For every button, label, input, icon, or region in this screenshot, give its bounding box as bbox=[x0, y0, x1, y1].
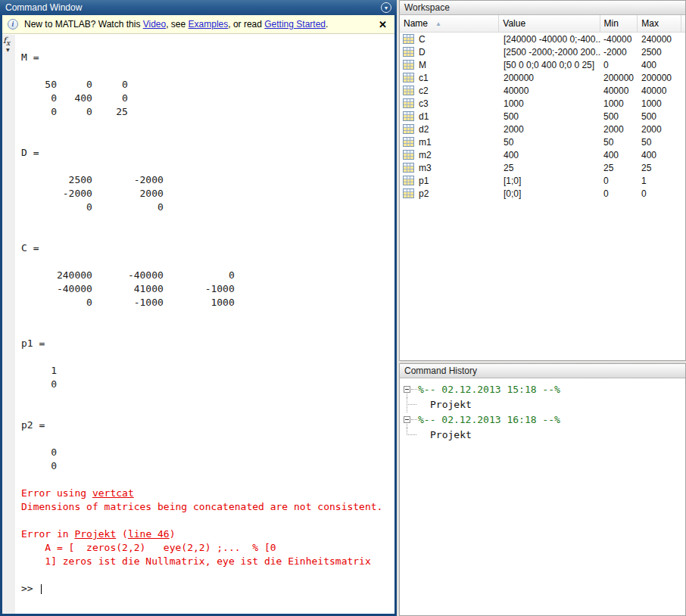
variable-min: 40000 bbox=[601, 86, 639, 96]
console-text: ) bbox=[170, 528, 176, 540]
console-text: 0 400 0 bbox=[21, 92, 128, 104]
command-window-titlebar[interactable]: Command Window ▼ bbox=[0, 0, 397, 15]
matrix-icon bbox=[403, 137, 414, 147]
console-line bbox=[21, 119, 394, 132]
command-prompt-line: >> fx▼ bbox=[21, 582, 394, 596]
console-line: 0 0 25 bbox=[21, 105, 394, 119]
getting-started-link[interactable]: Getting Started bbox=[264, 19, 326, 30]
matrix-icon bbox=[403, 111, 414, 121]
console-line bbox=[21, 350, 394, 364]
workspace-row-c1[interactable]: c1200000200000200000 bbox=[400, 71, 685, 84]
variable-name-cell: M bbox=[400, 60, 500, 70]
workspace-panel: Workspace Name ▲ Value Min Max C[240000 … bbox=[399, 0, 686, 361]
console-line bbox=[21, 228, 394, 241]
matrix-icon bbox=[403, 47, 414, 57]
workspace-row-d1[interactable]: d1500500500 bbox=[400, 110, 685, 123]
variable-value: [0;0] bbox=[500, 188, 601, 199]
variable-name-cell: c1 bbox=[400, 73, 500, 83]
examples-link[interactable]: Examples bbox=[189, 19, 229, 30]
column-header-filler bbox=[681, 15, 685, 32]
variable-value: [2500 -2000;-2000 200... bbox=[500, 47, 601, 58]
variable-name-cell: d2 bbox=[400, 124, 500, 135]
new-to-matlab-banner: i New to MATLAB? Watch this Video, see E… bbox=[2, 15, 394, 34]
session-timestamp: %-- 02.12.2013 15:18 --% bbox=[418, 382, 560, 397]
column-header-max[interactable]: Max bbox=[638, 15, 681, 32]
workspace-row-m2[interactable]: m2400400400 bbox=[400, 148, 685, 161]
workspace-row-m3[interactable]: m3252525 bbox=[400, 161, 685, 174]
console-line: 1 bbox=[21, 364, 394, 378]
history-session-header[interactable]: %-- 02.12.2013 15:18 --% bbox=[400, 382, 685, 397]
collapse-toggle-icon[interactable] bbox=[404, 386, 410, 393]
workspace-row-M[interactable]: M[50 0 0;0 400 0;0 0 25]0400 bbox=[400, 58, 685, 71]
console-line: C = bbox=[21, 241, 394, 255]
console-line: Error in Projekt (line 46) bbox=[21, 527, 394, 541]
variable-max: 500 bbox=[639, 111, 683, 122]
console-text: M = bbox=[21, 51, 39, 63]
panel-menu-button[interactable]: ▼ bbox=[381, 2, 391, 13]
variable-name-cell: m3 bbox=[400, 163, 500, 173]
variable-max: 1 bbox=[639, 176, 683, 186]
close-icon[interactable]: ✕ bbox=[376, 19, 389, 30]
banner-mid2: , or read bbox=[228, 19, 264, 30]
workspace-row-C[interactable]: C[240000 -40000 0;-400...-40000240000 bbox=[400, 33, 685, 45]
column-header-name[interactable]: Name ▲ bbox=[400, 15, 499, 32]
matrix-icon bbox=[403, 73, 414, 82]
variable-value: 1000 bbox=[500, 98, 601, 109]
workspace-row-p1[interactable]: p1[1;0]01 bbox=[400, 174, 685, 187]
text-cursor bbox=[41, 584, 42, 594]
console-gutter bbox=[2, 35, 15, 614]
console-line: 2500 -2000 bbox=[21, 173, 394, 187]
console-line bbox=[21, 391, 394, 405]
console-line bbox=[21, 514, 394, 527]
column-header-min[interactable]: Min bbox=[600, 15, 638, 32]
console-text: 240000 -40000 0 bbox=[21, 269, 235, 281]
console-line bbox=[21, 64, 394, 78]
console-line bbox=[21, 473, 394, 487]
video-link[interactable]: Video bbox=[143, 19, 166, 30]
workspace-variable-list: C[240000 -40000 0;-400...-40000240000D[2… bbox=[400, 33, 685, 200]
error-link-vertcat[interactable]: vertcat bbox=[92, 487, 134, 499]
variable-min: 200000 bbox=[601, 73, 639, 83]
console-line: Error using vertcat bbox=[21, 487, 394, 500]
variable-name-cell: p1 bbox=[400, 176, 500, 186]
command-window-body: i New to MATLAB? Watch this Video, see E… bbox=[2, 15, 394, 614]
workspace-row-D[interactable]: D[2500 -2000;-2000 200...-20002500 bbox=[400, 45, 685, 58]
variable-name: C bbox=[419, 34, 426, 45]
command-history-panel: Command History %-- 02.12.2013 15:18 --%… bbox=[399, 363, 686, 616]
workspace-titlebar[interactable]: Workspace bbox=[400, 1, 685, 15]
console-line bbox=[21, 255, 394, 269]
workspace-row-m1[interactable]: m1505050 bbox=[400, 135, 685, 148]
variable-max: 400 bbox=[639, 60, 683, 70]
command-history-titlebar[interactable]: Command History bbox=[400, 364, 685, 378]
variable-name: M bbox=[419, 60, 426, 70]
variable-name: c3 bbox=[419, 98, 429, 109]
collapse-toggle-icon[interactable] bbox=[404, 416, 410, 423]
console-line: D = bbox=[21, 146, 394, 160]
workspace-row-d2[interactable]: d2200020002000 bbox=[400, 123, 685, 135]
history-command[interactable]: Projekt bbox=[400, 397, 685, 412]
console-text: 2500 -2000 bbox=[21, 174, 164, 185]
workspace-row-c2[interactable]: c2400004000040000 bbox=[400, 84, 685, 97]
console-line: 50 0 0 bbox=[21, 78, 394, 92]
workspace-column-header: Name ▲ Value Min Max bbox=[400, 15, 685, 33]
variable-min: 25 bbox=[601, 163, 639, 173]
error-link-line-46[interactable]: line 46 bbox=[128, 528, 170, 540]
console-line bbox=[21, 432, 394, 446]
console-line: 0 400 0 bbox=[21, 92, 394, 105]
function-hints-button[interactable]: fx▼ bbox=[3, 36, 14, 54]
column-header-value[interactable]: Value bbox=[499, 15, 600, 32]
error-link-projekt[interactable]: Projekt bbox=[74, 528, 116, 540]
console-text: p1 = bbox=[21, 338, 45, 349]
history-command[interactable]: Projekt bbox=[400, 428, 685, 443]
variable-min: 500 bbox=[601, 111, 639, 122]
variable-name: p2 bbox=[419, 188, 429, 199]
workspace-row-c3[interactable]: c3100010001000 bbox=[400, 97, 685, 110]
console-text: 0 bbox=[21, 446, 57, 458]
workspace-row-p2[interactable]: p2[0;0]00 bbox=[400, 187, 685, 200]
command-text: Projekt bbox=[430, 397, 472, 412]
console-area[interactable]: M = 50 0 0 0 400 0 0 0 25D = 2500 -2000 … bbox=[2, 35, 394, 614]
console-text: 0 0 bbox=[21, 201, 164, 213]
variable-name-cell: C bbox=[400, 34, 500, 45]
console-line: 240000 -40000 0 bbox=[21, 269, 394, 282]
history-session-header[interactable]: %-- 02.12.2013 16:18 --% bbox=[400, 412, 685, 428]
